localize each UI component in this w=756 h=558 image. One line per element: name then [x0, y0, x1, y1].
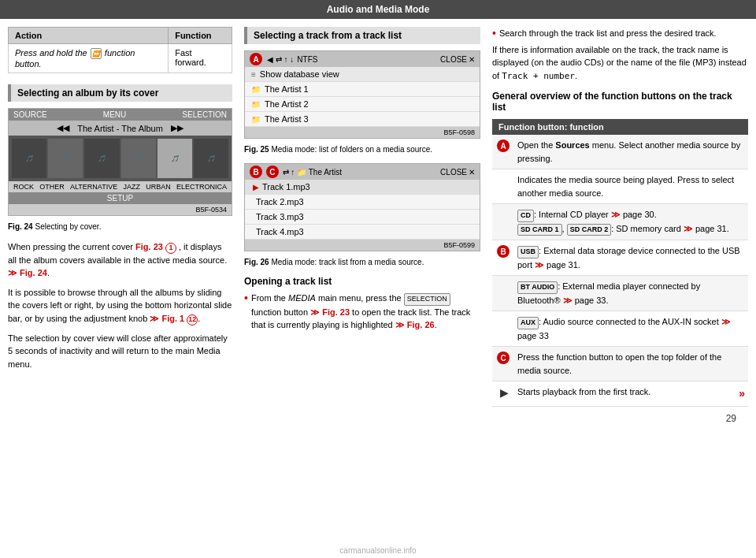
screen1-header: A ◀ ⇄ ↑ ↓ NTFS CLOSE ✕: [245, 51, 480, 67]
folder-row-3: 📁 The Artist 3: [245, 112, 480, 127]
aux-ref: ≫: [721, 317, 731, 326]
bullet-open-track: • From the MEDIA main menu, press the SE…: [244, 292, 480, 332]
page-header: Audio and Media Mode: [0, 0, 756, 19]
album-cover-5: 🎵: [158, 139, 192, 178]
selection-label: SELECTION: [182, 110, 227, 119]
func-desc-cd-sd: CD: Internal CD player ≫ page 30. SD CAR…: [517, 208, 745, 236]
play-triangle: ▶: [500, 386, 509, 399]
usb-ref: ≫: [535, 260, 544, 270]
fig24-desc: Selecting by cover.: [35, 222, 101, 231]
body2-circle: 12: [187, 314, 198, 326]
func-desc-play: Starts playback from the first track. »: [517, 385, 745, 402]
track-row-4: Track 4.mp3: [245, 225, 480, 240]
func-desc-aux: AUX: Audio source connected to the AUX-I…: [517, 315, 745, 342]
label-alt: ALTERNATIVE: [70, 183, 117, 191]
func-desc-bt: BT AUDIO: External media player connecte…: [517, 280, 745, 307]
album-covers: 🎵 🎵 🎵 🎵 🎵 🎵: [9, 136, 232, 181]
screen2-source: The Artist: [309, 168, 342, 177]
album-section-title: Selecting an album by its cover: [8, 84, 232, 102]
func-row-play: ▶ Starts playback from the first track. …: [492, 381, 748, 407]
track-code: Track + number: [502, 71, 575, 81]
header-title: Audio and Media Mode: [327, 4, 430, 15]
close-x-icon-2: ✕: [469, 168, 475, 177]
cd-pill: CD: [517, 210, 534, 222]
screen2-left-icons: B C ⇄ ↑ 📁 The Artist: [250, 166, 342, 178]
track-list: ▶ Track 1.mp3 Track 2.mp3 Track 3.mp3 Tr…: [245, 180, 480, 240]
label-electro: ELECTRONICA: [176, 183, 227, 191]
album-labels: ROCK OTHER ALTERNATIVE JAZZ URBAN ELECTR…: [9, 181, 232, 192]
right-column: • Search through the track list and pres…: [492, 27, 748, 535]
circle-a-label: A: [250, 53, 262, 65]
label-jazz: JAZZ: [123, 183, 140, 191]
page: Audio and Media Mode Action Function Pre…: [0, 0, 756, 558]
folder-icon-3: 📁: [251, 115, 261, 124]
body1-pre: When pressing the current cover: [8, 242, 133, 251]
func-row-b: B USB: External data storage device conn…: [492, 240, 748, 276]
func-row-a: A Open the Sources menu. Select another …: [492, 135, 748, 169]
screen2-header: B C ⇄ ↑ 📁 The Artist CLOSE ✕: [245, 164, 480, 180]
body2-text: It is possible to browse through all the…: [8, 288, 232, 323]
func-label-play: ▶: [495, 385, 513, 399]
screen2-img-num: B5F-0599: [245, 240, 480, 251]
screen2: B C ⇄ ↑ 📁 The Artist CLOSE ✕ ▶ Track 1.m…: [244, 163, 480, 251]
close-button-2[interactable]: CLOSE ✕: [440, 168, 475, 177]
fig24-caption: Fig. 24 Selecting by cover.: [8, 221, 232, 232]
selection-button-label: SELECTION: [404, 293, 450, 306]
sources-bold: Sources: [555, 140, 589, 150]
fig26-desc: Media mode: track list from a media sour…: [271, 258, 424, 266]
aux-pill: AUX: [517, 317, 539, 329]
bullet-search: • Search through the track list and pres…: [492, 27, 748, 40]
func-desc-a: Open the Sources menu. Select another me…: [517, 139, 745, 165]
fig26-ref: ≫ Fig. 26: [395, 320, 435, 329]
folder-icon-2: 📁: [251, 100, 261, 109]
folder-list: ≡ Show database view 📁 The Artist 1 📁 Th…: [245, 67, 480, 127]
bullet-open-text: From the MEDIA main menu, press the SELE…: [251, 292, 480, 332]
body-text-2: It is possible to browse through all the…: [8, 286, 232, 326]
track-row-3: Track 3.mp3: [245, 210, 480, 225]
body2-ref-text: Fig. 1: [161, 314, 184, 323]
fig26-caption: Fig. 26 Media mode: track list from a me…: [244, 256, 480, 268]
bullet-search-text: Search through the track list and press …: [499, 27, 717, 40]
usb-pill: USB: [517, 246, 539, 259]
func-table: Function button: function A Open the Sou…: [492, 119, 748, 407]
circle-b-label: B: [250, 166, 262, 178]
artist1-label: The Artist 1: [265, 84, 309, 94]
fig23-ref: ≫ Fig. 23: [310, 307, 350, 317]
right-section-title: General overview of the function buttons…: [492, 91, 748, 113]
func-label-b: B: [495, 244, 513, 258]
db-icon: ≡: [251, 70, 256, 79]
play-text: Starts playback from the first track.: [517, 385, 650, 402]
screen1: A ◀ ⇄ ↑ ↓ NTFS CLOSE ✕ ≡ Show database v…: [244, 50, 480, 139]
circle-c-label: C: [266, 166, 279, 178]
prev-icon: ◀◀: [57, 123, 69, 133]
label-other: OTHER: [39, 183, 65, 191]
close-button-1[interactable]: CLOSE ✕: [440, 55, 475, 64]
screen1-source: NTFS: [297, 55, 317, 64]
body1-circle: 1: [165, 243, 176, 254]
function-cell: Fast forward.: [169, 44, 232, 73]
label-rock: ROCK: [13, 183, 34, 191]
album-cover-2: 🎵: [48, 139, 83, 178]
track1-label: Track 1.mp3: [262, 182, 310, 192]
fig24-num: Fig. 24: [8, 222, 33, 231]
func-row-aux: AUX: Audio source connected to the AUX-I…: [492, 311, 748, 347]
track3-label: Track 3.mp3: [256, 212, 304, 221]
track4-label: Track 4.mp3: [256, 227, 304, 236]
bullet-dot-search: •: [492, 27, 496, 40]
func-label-c: C: [495, 351, 513, 364]
bullet-dot-open: •: [244, 292, 248, 332]
setup-label: SETUP: [107, 194, 133, 203]
db-view-label: Show database view: [260, 69, 339, 79]
func-label-a: A: [495, 139, 513, 152]
menu-label: MENU: [103, 110, 126, 119]
folder-row-2: 📁 The Artist 2: [245, 97, 480, 112]
screen1-nav-icons: ◀ ⇄ ↑ ↓: [267, 55, 294, 64]
track-row-1: ▶ Track 1.mp3: [245, 180, 480, 195]
body-text-1: When pressing the current cover Fig. 23 …: [8, 240, 232, 280]
func-label-aux: [495, 315, 513, 316]
main-content: Action Function Press and hold the ⏩ fun…: [0, 19, 756, 543]
album-screen: SOURCE MENU SELECTION ◀◀ The Artist - Th…: [8, 108, 232, 216]
folder-row-db: ≡ Show database view: [245, 67, 480, 82]
action-table: Action Function Press and hold the ⏩ fun…: [8, 27, 232, 73]
circle-b: B: [497, 245, 510, 258]
